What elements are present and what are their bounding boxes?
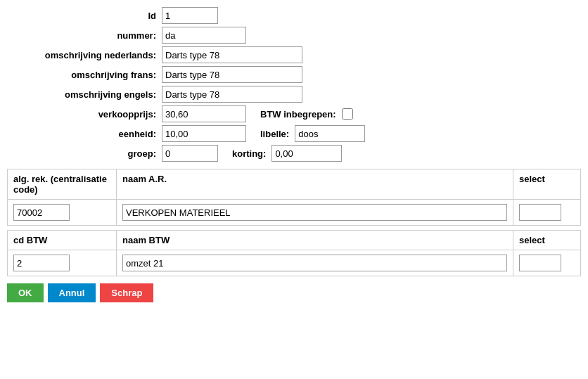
ar-select-input[interactable] [519, 204, 561, 221]
eenheid-label: eenheid: [7, 129, 162, 139]
korting-label: korting: [232, 148, 266, 159]
id-input[interactable] [162, 7, 218, 24]
omschrijving-fr-label: omschrijving frans: [7, 70, 162, 80]
btw-col-select-header: select [513, 231, 580, 250]
ar-col-select-header: select [513, 169, 580, 199]
ar-code-cell [8, 200, 117, 225]
groep-label: groep: [7, 148, 162, 159]
schrap-button[interactable]: Schrap [100, 283, 153, 302]
omschrijving-nl-label: omschrijving nederlands: [7, 50, 162, 60]
libelle-input[interactable] [295, 125, 365, 142]
btw-name-cell [117, 250, 513, 276]
btw-select-input[interactable] [519, 255, 561, 271]
btw-checkbox[interactable] [342, 108, 353, 120]
omschrijving-fr-input[interactable] [162, 66, 302, 83]
ar-name-input[interactable] [122, 204, 507, 221]
id-label: Id [7, 11, 162, 21]
nummer-input[interactable] [162, 27, 246, 44]
omschrijving-nl-input[interactable] [162, 46, 302, 63]
ar-name-cell [117, 200, 513, 225]
verkoopprijs-label: verkoopprijs: [7, 109, 162, 120]
btw-col-name-header: naam BTW [117, 231, 513, 250]
eenheid-input[interactable] [162, 125, 246, 142]
btw-code-cell [8, 250, 117, 276]
omschrijving-en-input[interactable] [162, 86, 302, 103]
btw-col-code-header: cd BTW [8, 231, 117, 250]
ar-table-row [8, 200, 580, 225]
btw-table-row [8, 250, 580, 276]
annul-button[interactable]: Annul [48, 283, 96, 302]
verkoopprijs-input[interactable] [162, 105, 246, 122]
ok-button[interactable]: OK [7, 283, 44, 302]
ar-table: alg. rek. (centralisatie code) naam A.R.… [7, 169, 581, 226]
buttons-row: OK Annul Schrap [7, 283, 581, 309]
btw-code-input[interactable] [13, 255, 70, 271]
korting-input[interactable] [271, 145, 342, 162]
btw-table: cd BTW naam BTW select [7, 230, 581, 276]
nummer-label: nummer: [7, 30, 162, 41]
libelle-label: libelle: [260, 129, 289, 139]
omschrijving-en-label: omschrijving engels: [7, 89, 162, 100]
ar-col-code-header: alg. rek. (centralisatie code) [8, 169, 117, 199]
ar-code-input[interactable] [13, 204, 70, 221]
btw-select-cell [513, 250, 580, 276]
ar-col-name-header: naam A.R. [117, 169, 513, 199]
ar-select-cell [513, 200, 580, 225]
btw-label: BTW inbegrepen: [260, 109, 336, 120]
btw-name-input[interactable] [122, 255, 507, 271]
groep-input[interactable] [162, 145, 218, 162]
